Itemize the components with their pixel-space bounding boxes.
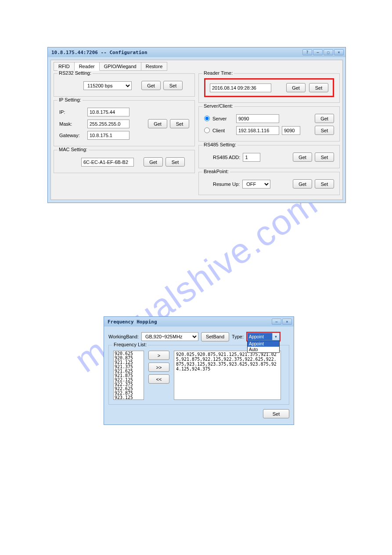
rs485-title: RS485 Setting: (202, 142, 237, 147)
rs232-group: RS232 Setting: 115200 bps Get Set (54, 73, 195, 97)
freq-list-title: Frequency List: (112, 342, 148, 347)
client-label: Client (212, 128, 234, 133)
mac-get-button[interactable]: Get (144, 157, 163, 167)
rs485-get-button[interactable]: Get (293, 152, 312, 162)
help-icon[interactable]: ? (302, 49, 312, 55)
selected-freq-textarea[interactable]: 920.025,920.875,921.125,921.375,921.025,… (174, 351, 281, 400)
reader-time-highlight: Get Set (204, 78, 334, 97)
available-freq-listbox[interactable]: 920.625 920.875 921.125 921.375 921.625 … (113, 351, 144, 400)
ip-input[interactable] (87, 108, 129, 116)
reader-time-input[interactable] (210, 83, 271, 92)
mac-title: MAC Setting: (58, 147, 89, 152)
rs485-group: RS485 Setting: RS485 ADD: Get Set (198, 145, 340, 168)
client-port-input[interactable] (282, 126, 300, 135)
close-icon[interactable]: × (334, 49, 344, 55)
move-right-button[interactable]: > (148, 351, 169, 360)
breakpoint-group: BreakPoint: Resume Up: OFF Get Set (198, 172, 340, 195)
freq-close-icon[interactable]: × (282, 319, 292, 325)
chevron-down-icon[interactable]: ▼ (272, 333, 279, 340)
resume-up-label: Resume Up: (213, 181, 240, 187)
freq-hopping-window: Frequency Hopping — × WorkingBand: GB,92… (104, 316, 294, 425)
reader-time-get-button[interactable]: Get (286, 83, 306, 92)
list-item[interactable]: 923.125 (115, 395, 143, 400)
rs232-title: RS232 Setting: (58, 70, 93, 76)
rs485-add-label: RS485 ADD: (213, 155, 240, 160)
type-label: Type: (232, 334, 244, 339)
tab-restore[interactable]: Restore (141, 62, 168, 71)
server-client-group: Server/Client: Server Get Client (198, 106, 340, 141)
move-all-right-button[interactable]: >> (148, 363, 169, 372)
type-dropdown-list: Appoint Auto (247, 341, 280, 353)
ip-title: IP Setting: (58, 97, 83, 102)
baud-select[interactable]: 115200 bps (83, 81, 132, 90)
mac-input[interactable] (81, 158, 134, 167)
workingband-label: WorkingBand: (108, 334, 139, 339)
minimize-icon[interactable]: — (313, 49, 323, 55)
bp-set-button[interactable]: Set (315, 179, 334, 189)
breakpoint-title: BreakPoint: (202, 169, 230, 174)
configuration-window: 10.8.175.44:7206 -- Configuration ? — □ … (47, 47, 346, 203)
reader-time-group: Reader Time: Get Set (198, 73, 340, 103)
freq-set-button[interactable]: Set (263, 409, 289, 418)
tab-reader[interactable]: Reader (74, 62, 100, 71)
type-selected: Appoint (248, 333, 272, 340)
maximize-icon[interactable]: □ (324, 49, 333, 55)
config-titlebar: 10.8.175.44:7206 -- Configuration ? — □ … (48, 47, 345, 57)
freq-minimize-icon[interactable]: — (272, 319, 281, 325)
mac-set-button[interactable]: Set (165, 157, 185, 167)
rs485-set-button[interactable]: Set (315, 152, 334, 162)
tab-rfid[interactable]: RFID (54, 62, 75, 71)
tab-panel: RFID Reader GPIO/Wiegand Restore RS232 S… (50, 60, 343, 200)
sc-get-button[interactable]: Get (315, 114, 334, 123)
ip-get-button[interactable]: Get (148, 119, 167, 128)
move-all-left-button[interactable]: << (148, 374, 169, 384)
ip-set-button[interactable]: Set (170, 119, 189, 128)
mac-group: MAC Setting: Get Set (54, 150, 195, 173)
freq-list-group: Frequency List: 920.625 920.875 921.125 … (108, 345, 289, 405)
client-ip-input[interactable] (236, 126, 279, 135)
bp-get-button[interactable]: Get (293, 179, 312, 189)
server-label: Server (212, 116, 234, 121)
gateway-label: Gateway: (59, 133, 85, 138)
ip-group: IP Setting: IP: Mask: Get Set (54, 100, 195, 146)
workingband-select[interactable]: GB,920~925MHz (141, 332, 198, 341)
gateway-input[interactable] (87, 131, 129, 140)
type-dropdown[interactable]: Appoint ▼ Appoint Auto (246, 332, 281, 341)
setband-button[interactable]: SetBand (201, 332, 229, 341)
tab-gpio[interactable]: GPIO/Wiegand (99, 62, 141, 71)
freq-titlebar: Frequency Hopping — × (104, 317, 294, 326)
sc-set-button[interactable]: Set (315, 126, 334, 135)
mask-label: Mask: (59, 121, 85, 127)
client-radio[interactable] (204, 127, 210, 133)
config-title: 10.8.175.44:7206 -- Configuration (51, 50, 147, 55)
server-port-input[interactable] (236, 114, 279, 123)
server-client-title: Server/Client: (202, 103, 234, 109)
rs232-set-button[interactable]: Set (163, 81, 183, 90)
reader-time-title: Reader Time: (202, 70, 234, 76)
freq-title: Frequency Hopping (108, 319, 157, 325)
type-option-auto[interactable]: Auto (248, 347, 279, 352)
type-option-appoint[interactable]: Appoint (248, 341, 279, 347)
server-radio[interactable] (204, 116, 210, 121)
ip-label: IP: (59, 109, 85, 115)
resume-up-select[interactable]: OFF (242, 180, 270, 189)
mask-input[interactable] (87, 120, 129, 128)
rs232-get-button[interactable]: Get (141, 81, 161, 90)
rs485-add-input[interactable] (243, 153, 260, 162)
reader-time-set-button[interactable]: Set (309, 83, 328, 92)
